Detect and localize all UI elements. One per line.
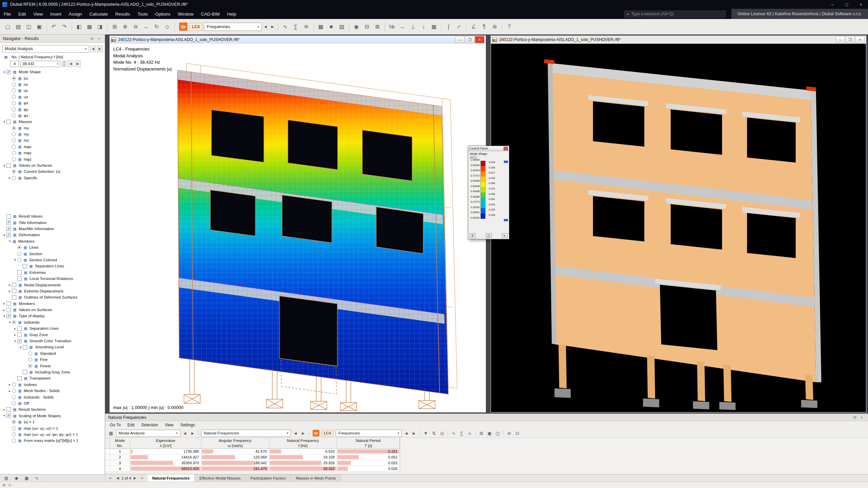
- tree-item-standard[interactable]: ▦Standard: [0, 350, 105, 357]
- radio[interactable]: [28, 358, 32, 362]
- tree-item-u[interactable]: ▦|u|: [0, 75, 105, 81]
- close-button[interactable]: ×: [854, 0, 868, 9]
- panel-pages-icon[interactable]: ◫: [486, 233, 492, 238]
- mode-number-input[interactable]: 4: [10, 61, 19, 67]
- tree-item-section[interactable]: ▦Section: [0, 250, 105, 257]
- export-excel-icon[interactable]: ⊞: [477, 430, 485, 437]
- tree-item-from-mass-matrix-u-m-u-1[interactable]: ▦From mass matrix [u]ᵀ[M][u] = 1: [0, 438, 105, 444]
- status-snap-icon[interactable]: ⊙: [8, 483, 11, 487]
- tree-item-result-sections[interactable]: ▸▦Result Sections: [0, 406, 105, 412]
- radio[interactable]: [12, 88, 16, 93]
- next-page-icon[interactable]: ▶: [132, 475, 138, 481]
- radio[interactable]: [12, 138, 16, 142]
- checkbox[interactable]: ✓: [6, 314, 11, 318]
- tree-item-members[interactable]: ▾▦Members: [0, 238, 105, 244]
- tree-item-including-gray-zone[interactable]: ▦Including Gray Zone: [0, 369, 105, 375]
- checkbox[interactable]: [23, 264, 27, 268]
- collapse-chevron-icon[interactable]: ▾: [13, 258, 17, 262]
- table-settings-icon[interactable]: ⊛: [505, 430, 513, 437]
- next-mode-button[interactable]: ▶: [75, 60, 81, 67]
- tree-item-extreme-displacement[interactable]: ▸▦Extreme Displacement: [0, 288, 105, 294]
- model-viewport[interactable]: [491, 44, 866, 412]
- collapse-chevron-icon[interactable]: ▾: [7, 320, 12, 324]
- tree-item-off[interactable]: ▦Off: [0, 400, 105, 406]
- radio[interactable]: [12, 126, 16, 130]
- tree-item-mesh-nodes-solids[interactable]: ▸▦Mesh Nodes - Solids: [0, 388, 105, 394]
- expand-chevron-icon[interactable]: ▸: [13, 333, 17, 337]
- table-tab-masses-in-mesh-points[interactable]: Masses in Mesh Points: [291, 474, 341, 482]
- radio[interactable]: [12, 169, 16, 174]
- checkbox[interactable]: [17, 270, 22, 274]
- tree-item-type-of-display[interactable]: ▾✓▦Type of display: [0, 313, 105, 319]
- tree-item-max-min-information[interactable]: ✓▦Max/Min Information: [0, 226, 105, 232]
- radio[interactable]: [12, 157, 16, 161]
- navigator-tab-data[interactable]: ▤: [1, 474, 12, 482]
- tree-item-mz[interactable]: ▦mz: [0, 137, 105, 143]
- collapse-chevron-icon[interactable]: ▾: [13, 339, 17, 343]
- menu-item-results[interactable]: Results: [112, 9, 134, 19]
- measure-icon[interactable]: ∠: [469, 22, 479, 32]
- wireframe-display-icon[interactable]: ▩: [316, 22, 326, 32]
- decimal-places-icon[interactable]: ±: [466, 430, 474, 437]
- tree-item-values-on-surfaces[interactable]: ▾▦Values on Surfaces: [0, 162, 105, 168]
- minimize-button[interactable]: –: [825, 0, 840, 9]
- menu-item-insert[interactable]: Insert: [46, 9, 65, 19]
- radio[interactable]: [12, 389, 16, 393]
- dock-icon[interactable]: ⊡: [852, 414, 858, 421]
- tree-item-m-y[interactable]: ▦mφy: [0, 150, 105, 156]
- tree-item-max-ux-uy-uz-1[interactable]: ▦max (ux; uy; uz) = 1: [0, 425, 105, 431]
- table-menu-item-view[interactable]: View: [161, 423, 177, 427]
- expand-chevron-icon[interactable]: ▸: [7, 389, 12, 393]
- tree-item-outlines-of-deformed-surfaces[interactable]: ▦Outlines of Deformed Surfaces: [0, 294, 105, 300]
- window-minimize-button[interactable]: –: [836, 36, 845, 43]
- deformation-icon[interactable]: ≋: [301, 22, 311, 32]
- menu-item-edit[interactable]: Edit: [15, 9, 29, 19]
- checkbox[interactable]: [12, 295, 16, 300]
- previous-load-case-button[interactable]: ◀: [262, 23, 269, 31]
- tree-item-separation-lines[interactable]: ▦Separation Lines: [0, 263, 105, 269]
- menu-item-calculate[interactable]: Calculate: [86, 9, 112, 19]
- close-icon[interactable]: ×: [96, 36, 102, 42]
- tree-item-specific[interactable]: ▸▦Specific: [0, 175, 105, 181]
- tree-item-nodal-displacements[interactable]: ▸▦Nodal Displacements: [0, 282, 105, 288]
- radio[interactable]: [17, 258, 21, 262]
- tree-item-masses[interactable]: ▾▦Masses: [0, 119, 105, 125]
- tree-item-title-information[interactable]: ✓▦Title Information: [0, 219, 105, 225]
- radio[interactable]: [12, 101, 16, 105]
- previous-sheet-button[interactable]: ◀: [292, 429, 299, 437]
- next-table-button[interactable]: ▶: [189, 429, 196, 437]
- first-page-icon[interactable]: ⇤: [108, 475, 114, 481]
- model-window-titlebar[interactable]: 240122-Portico-y-Mamposteria-AISLADO_1_s…: [491, 36, 866, 44]
- tree-item-finest[interactable]: ▦Finest: [0, 363, 105, 369]
- radio[interactable]: [17, 245, 21, 249]
- tables-toggle-icon[interactable]: ▦: [84, 22, 95, 32]
- expand-chevron-icon[interactable]: ▸: [7, 383, 12, 386]
- checkbox[interactable]: [23, 345, 27, 349]
- checkbox[interactable]: ✓: [17, 339, 22, 343]
- tree-item-ux[interactable]: ▦ux: [0, 81, 105, 87]
- print-icon[interactable]: ▣: [34, 22, 44, 32]
- tree-item-y[interactable]: ▦φy: [0, 106, 105, 112]
- table-load-case-combo[interactable]: Frequencies▾: [336, 430, 402, 437]
- open-model-icon[interactable]: ▤: [13, 22, 23, 32]
- rotate-view-icon[interactable]: ↻: [152, 22, 162, 32]
- checkbox[interactable]: [6, 301, 11, 306]
- radio[interactable]: [12, 426, 16, 430]
- next-load-case-button[interactable]: ▶: [411, 429, 417, 437]
- radio[interactable]: [12, 107, 16, 111]
- control-panel-titlebar[interactable]: Control Panel ×: [468, 146, 509, 151]
- pin-icon[interactable]: ⊙: [89, 36, 95, 42]
- calculate-icon[interactable]: ∫: [443, 22, 454, 32]
- tree-item-transparent[interactable]: ▦Transparent: [0, 375, 105, 381]
- table-menu-item-selection[interactable]: Selection: [138, 423, 161, 427]
- collapse-chevron-icon[interactable]: ▾: [2, 414, 6, 418]
- checkbox[interactable]: [17, 326, 22, 331]
- chart-icon[interactable]: ∿: [450, 430, 457, 437]
- collapse-chevron-icon[interactable]: ▾: [2, 233, 6, 237]
- radio[interactable]: [12, 432, 16, 436]
- frequency-value-combo[interactable]: 38.432▾: [20, 61, 60, 67]
- previous-load-case-button[interactable]: ◀: [403, 429, 410, 437]
- expand-chevron-icon[interactable]: ▸: [13, 327, 17, 330]
- zoom-window-icon[interactable]: ⊞: [110, 22, 120, 32]
- expand-chevron-icon[interactable]: ▸: [2, 302, 6, 305]
